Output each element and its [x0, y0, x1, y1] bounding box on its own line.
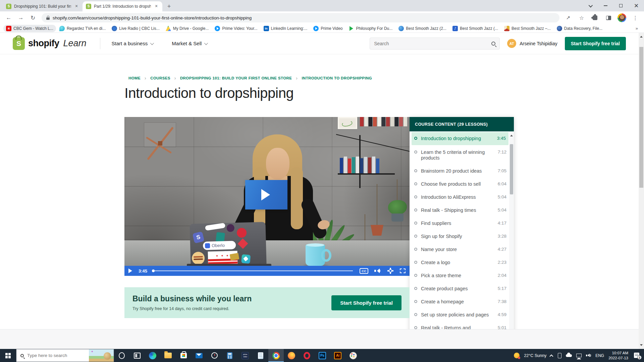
address-bar[interactable]: shopify.com/learn/course/dropshipping-10…	[42, 13, 559, 22]
taskbar-app-icon[interactable]	[160, 349, 176, 362]
lesson-item[interactable]: Set up store policies and pages 4:59	[410, 308, 509, 321]
lesson-item[interactable]: Sign up for Shopify 3:28	[410, 230, 509, 243]
browser-tab[interactable]: S Part 1/29: Introduction to dropsh ×	[83, 1, 162, 11]
your-phone-icon[interactable]	[558, 353, 561, 358]
page-scrollbar-thumb[interactable]	[639, 47, 643, 188]
closed-captions-button[interactable]: CC	[360, 268, 368, 274]
banner-free-trial-button[interactable]: Start Shopify free trial	[331, 295, 401, 310]
window-close-button[interactable]: ✕	[629, 0, 644, 11]
lesson-item[interactable]: Name your store 4:27	[410, 243, 509, 256]
taskbar-app-icon[interactable]	[176, 349, 191, 362]
back-icon[interactable]: ←	[4, 13, 13, 22]
lesson-title[interactable]: Set up store policies and pages	[421, 312, 494, 318]
lesson-title[interactable]: Introduction to AliExpress	[421, 194, 494, 200]
lesson-item[interactable]: Real talk - Shipping times 5:04	[410, 204, 509, 217]
user-avatar[interactable]: AT	[507, 39, 516, 48]
bookmark-item[interactable]: My Drive - Google...	[163, 25, 212, 32]
bookmark-item[interactable]: Best Smooth Jazz (...	[450, 25, 501, 32]
bookmark-item[interactable]: Regardez TVA en di...	[57, 25, 108, 32]
weather-text[interactable]: 22°C Sunny	[524, 353, 546, 358]
start-free-trial-button[interactable]: Start Shopify free trial	[565, 37, 626, 50]
taskbar-app-icon[interactable]	[145, 349, 160, 362]
lesson-title[interactable]: Real talk - Shipping times	[421, 207, 494, 213]
breadcrumb-label[interactable]: DROPSHIPPING 101: BUILD YOUR FIRST ONLIN…	[180, 76, 292, 80]
hidden-icons-chevron-icon[interactable]	[549, 354, 553, 358]
nav-market-and-sell[interactable]: Market & Sell	[172, 41, 207, 46]
taskbar-app-icon[interactable]	[191, 349, 207, 362]
lesson-item[interactable]: Choose five products to sell 6:04	[410, 178, 509, 191]
extensions-puzzle-icon[interactable]	[590, 13, 600, 22]
lesson-title[interactable]: Create a homepage	[421, 299, 494, 305]
taskbar-app-icon[interactable]: prime video	[237, 349, 253, 362]
taskbar-app-icon[interactable]	[114, 349, 129, 362]
notification-center-icon[interactable]: 2	[634, 353, 641, 359]
lesson-title[interactable]: Name your store	[421, 247, 494, 252]
lesson-item[interactable]: Find suppliers 4:17	[410, 217, 509, 230]
share-icon[interactable]: ↗	[564, 13, 573, 22]
breadcrumb-item[interactable]: › DROPSHIPPING 101: BUILD YOUR FIRST ONL…	[174, 75, 292, 81]
browser-menu-icon[interactable]: ⋮	[631, 13, 640, 22]
lesson-title[interactable]: Create a logo	[421, 260, 494, 265]
clock[interactable]: 10:07 AM 2022-07-13	[608, 351, 628, 361]
lesson-title[interactable]: Sign up for Shopify	[421, 234, 494, 239]
breadcrumb-label[interactable]: COURSES	[150, 76, 170, 80]
bookmarks-overflow-icon[interactable]: »	[633, 26, 641, 31]
volume-icon[interactable]	[374, 268, 381, 273]
network-icon[interactable]	[576, 354, 582, 357]
lesson-item[interactable]: Learn the 5 criteria of winning products…	[410, 146, 509, 165]
taskbar-app-icon[interactable]	[129, 349, 145, 362]
video-player[interactable]: S Oberlo ★ ★ ★	[124, 117, 410, 276]
url-text[interactable]: shopify.com/learn/course/dropshipping-10…	[53, 15, 252, 20]
lesson-item[interactable]: Create product pages 5:17	[410, 282, 509, 295]
taskbar-app-icon[interactable]	[345, 349, 361, 362]
lesson-title[interactable]: Pick a store theme	[421, 273, 494, 279]
bookmark-item[interactable]: Live Radio | CBC Lis...	[109, 25, 162, 32]
bookmark-item[interactable]: Prime Video	[311, 25, 345, 32]
player-play-button[interactable]	[128, 268, 135, 273]
lesson-title[interactable]: Find suppliers	[421, 221, 494, 226]
video-play-overlay-button[interactable]	[245, 180, 287, 209]
shopify-learn-logo[interactable]: S shopify Learn	[13, 37, 87, 50]
language-indicator[interactable]: ENG	[595, 353, 604, 358]
weather-sun-icon[interactable]	[514, 353, 520, 358]
page-scrollbar[interactable]	[639, 33, 644, 349]
breadcrumb-item[interactable]: › INTRODUCTION TO DROPSHIPPING	[296, 75, 372, 81]
bookmark-item[interactable]: Philosophy For Du...	[346, 25, 395, 32]
lesson-item[interactable]: Introduction to dropshipping 3:45	[412, 132, 508, 145]
lesson-item[interactable]: Create a homepage 7:38	[410, 295, 509, 308]
scroll-down-icon[interactable]	[640, 344, 643, 347]
tab-close-icon[interactable]: ×	[154, 4, 159, 9]
bookmark-item[interactable]: Best Smooth Jazz (2...	[396, 25, 449, 32]
scrollbar-thumb[interactable]	[510, 144, 513, 194]
speaker-icon[interactable]	[586, 353, 591, 358]
browser-tab[interactable]: S Dropshipping 101: Build your firs ×	[3, 1, 83, 11]
video-progress-bar[interactable]	[153, 270, 353, 271]
breadcrumb-item[interactable]: HOME	[124, 76, 141, 80]
bookmark-item[interactable]: LinkedIn Learning:...	[261, 25, 310, 32]
lesson-list-scrollbar[interactable]	[509, 131, 514, 339]
bookmark-item[interactable]: Prime Video: Your...	[212, 25, 260, 32]
tab-search-chevron-icon[interactable]	[582, 0, 598, 11]
lesson-title[interactable]: Introduction to dropshipping	[421, 136, 493, 141]
lesson-title[interactable]: Learn the 5 criteria of winning products	[421, 149, 494, 161]
bookmark-star-icon[interactable]: ☆	[577, 13, 586, 22]
forward-icon[interactable]: →	[16, 13, 25, 22]
new-tab-button[interactable]: +	[164, 2, 174, 11]
window-restore-button[interactable]	[613, 0, 629, 11]
lesson-item[interactable]: Create a logo 2:23	[410, 256, 509, 269]
player-settings-gear-icon[interactable]	[388, 268, 393, 274]
bookmark-item[interactable]: Data Recovery, File...	[554, 25, 605, 32]
side-panel-icon[interactable]	[604, 13, 613, 22]
taskbar-app-icon[interactable]: Ai	[330, 349, 345, 362]
start-button[interactable]	[0, 349, 16, 362]
taskbar-search-input[interactable]	[27, 353, 89, 358]
taskbar-app-icon[interactable]	[299, 349, 315, 362]
fullscreen-icon[interactable]	[400, 268, 406, 273]
taskbar-app-icon[interactable]	[207, 349, 222, 362]
lesson-item[interactable]: Pick a store theme 2:04	[410, 269, 509, 282]
bookmark-item[interactable]: Best Smooth Jazz –...	[501, 25, 553, 32]
search-icon[interactable]	[491, 42, 495, 46]
breadcrumb-item[interactable]: › COURSES	[145, 75, 170, 81]
bookmark-item[interactable]: CBC Gem - Watch L...	[3, 25, 56, 32]
lesson-item[interactable]: Brainstorm 20 product ideas 7:05	[410, 165, 509, 178]
